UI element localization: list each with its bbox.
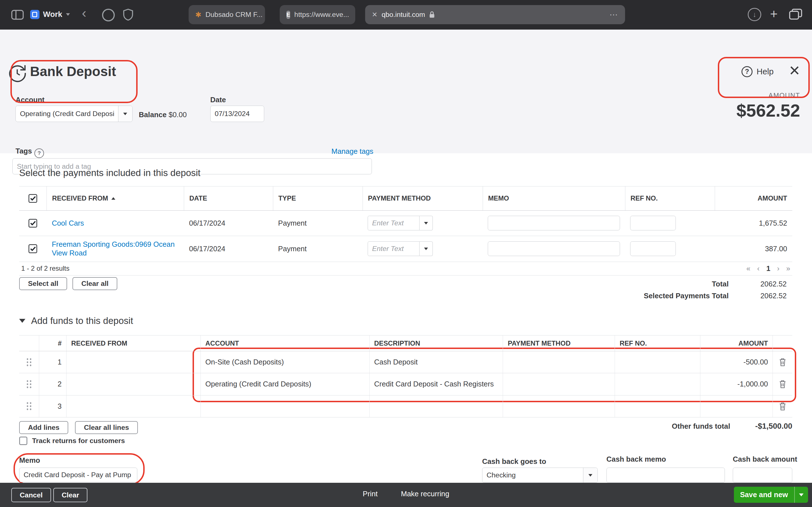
payment-method-input[interactable] [368,216,419,230]
drag-handle-icon[interactable] [27,358,29,360]
payment-method-dropdown-button[interactable] [419,216,433,230]
help-icon[interactable]: ? [742,66,753,77]
save-and-new-button[interactable]: Save and new [734,487,808,503]
account-select[interactable]: Operating (Credit Card Deposi [15,106,133,122]
track-returns-checkbox[interactable] [19,437,28,445]
add-funds-row-2[interactable]: 2 Operating (Credit Card Deposits) Credi… [19,373,792,395]
browser-tab-qbo-active[interactable]: ✕ qbo.intuit.com ⋯ [365,5,625,24]
account-cell[interactable] [200,395,369,417]
tags-help-icon[interactable]: ? [35,149,44,158]
add-funds-row-3[interactable]: 3 [19,395,792,417]
cash-back-goes-to-select[interactable]: Checking [482,467,598,483]
received-from-link[interactable]: Freeman Sporting Goods:0969 Ocean View R… [52,240,175,257]
memo-cell-input[interactable] [488,216,620,230]
row-checkbox[interactable] [29,219,37,228]
trash-icon[interactable] [779,358,786,367]
cancel-button[interactable]: Cancel [11,488,51,502]
description-cell[interactable] [369,395,503,417]
line-number: 3 [39,395,66,417]
memo-cell-input[interactable] [488,241,620,256]
page-next-button[interactable]: › [777,265,779,273]
browser-tab-eventbrite[interactable]: E https://www.eve... [280,5,355,24]
line-number: 2 [39,373,66,395]
shield-extension-icon[interactable] [123,9,133,20]
chevron-down-icon [66,13,70,16]
save-options-chevron[interactable] [795,494,808,496]
browser-tab-dubsado[interactable]: ✱ Dubsado CRM F... [189,5,265,24]
account-cell[interactable]: On-Site (Cash Deposits) [200,351,369,373]
description-cell[interactable]: Credit Card Deposit - Cash Registers [369,373,503,395]
ref-no-cell-input[interactable] [630,216,676,230]
payment-method-dropdown-button[interactable] [419,241,433,256]
ref-no-cell[interactable] [615,395,700,417]
extension-icon-1[interactable] [102,9,115,21]
print-button[interactable]: Print [363,490,378,498]
page-first-button[interactable]: « [746,265,750,273]
payment-method-cell[interactable] [503,395,615,417]
clear-button[interactable]: Clear [53,488,87,502]
manage-tags-link[interactable]: Manage tags [332,147,373,156]
selected-payments-total-value: 2062.52 [728,292,786,300]
cash-back-select-chevron[interactable] [583,468,598,482]
add-funds-row-1[interactable]: 1 On-Site (Cash Deposits) Cash Deposit -… [19,351,792,373]
received-from-cell[interactable] [66,351,200,373]
downloads-button[interactable]: ↓ [748,8,761,21]
clear-all-button[interactable]: Clear all [72,277,117,290]
ref-no-cell[interactable] [615,351,700,373]
add-funds-section-title: Add funds to this deposit [31,316,133,326]
tab-overview-icon[interactable] [789,9,802,20]
row-checkbox[interactable] [29,244,37,253]
amount-cell[interactable]: -500.00 [700,351,772,373]
account-cell[interactable]: Operating (Credit Card Deposits) [200,373,369,395]
cash-back-memo-input[interactable] [606,467,725,483]
make-recurring-button[interactable]: Make recurring [401,490,449,498]
close-page-icon[interactable]: ✕ [789,62,801,79]
trash-icon[interactable] [779,380,786,388]
bank-deposit-page: Work ‹ ✱ Dubsado CRM F... E https://www.… [0,0,812,507]
page-number[interactable]: 1 [766,265,770,273]
amount-cell[interactable] [700,395,772,417]
drag-handle-icon[interactable] [27,380,29,382]
select-all-checkbox[interactable] [29,194,37,203]
trash-icon[interactable] [779,402,786,411]
cash-back-amount-input[interactable] [733,467,792,483]
page-prev-button[interactable]: ‹ [757,265,760,273]
new-tab-button[interactable]: + [770,6,777,21]
select-all-button[interactable]: Select all [19,277,67,290]
ref-no-cell[interactable] [615,373,700,395]
help-link[interactable]: Help [756,67,773,76]
workspace-switcher[interactable]: Work [30,7,70,22]
col-payment-method: PAYMENT METHOD [503,335,615,351]
add-funds-section-header[interactable]: Add funds to this deposit [19,316,133,326]
clear-all-lines-button[interactable]: Clear all lines [75,421,138,434]
date-input[interactable] [210,106,264,122]
balance-label: Balance [139,111,167,119]
payment-date: 06/17/2024 [184,219,273,227]
selected-payments-total-label: Selected Payments Total [644,292,728,300]
col-received-from[interactable]: RECEIVED FROM [47,186,184,210]
add-lines-button[interactable]: Add lines [19,421,68,434]
received-from-cell[interactable] [66,395,200,417]
payment-type: Payment [273,245,363,253]
drag-handle-icon[interactable] [27,402,29,404]
other-funds-label: Other funds total [672,422,730,431]
collapse-icon[interactable] [19,319,26,323]
col-account: ACCOUNT [200,335,369,351]
received-from-cell[interactable] [66,373,200,395]
payment-method-input[interactable] [368,241,419,256]
save-and-new-label[interactable]: Save and new [734,491,794,499]
payment-method-cell[interactable] [503,373,615,395]
ref-no-cell-input[interactable] [630,241,676,256]
close-tab-icon[interactable]: ✕ [372,11,377,18]
page-last-button[interactable]: » [786,265,790,273]
amount-cell[interactable]: -1,000.00 [700,373,772,395]
memo-field[interactable] [19,467,137,482]
back-button[interactable]: ‹ [82,5,86,20]
received-from-link[interactable]: Cool Cars [52,219,84,227]
sidebar-toggle-icon[interactable] [11,10,24,20]
payment-method-cell[interactable] [503,351,615,373]
description-cell[interactable]: Cash Deposit [369,351,503,373]
track-returns-option[interactable]: Track returns for customers [19,437,125,445]
tab-more-icon[interactable]: ⋯ [610,10,618,19]
account-select-chevron[interactable] [118,106,133,122]
